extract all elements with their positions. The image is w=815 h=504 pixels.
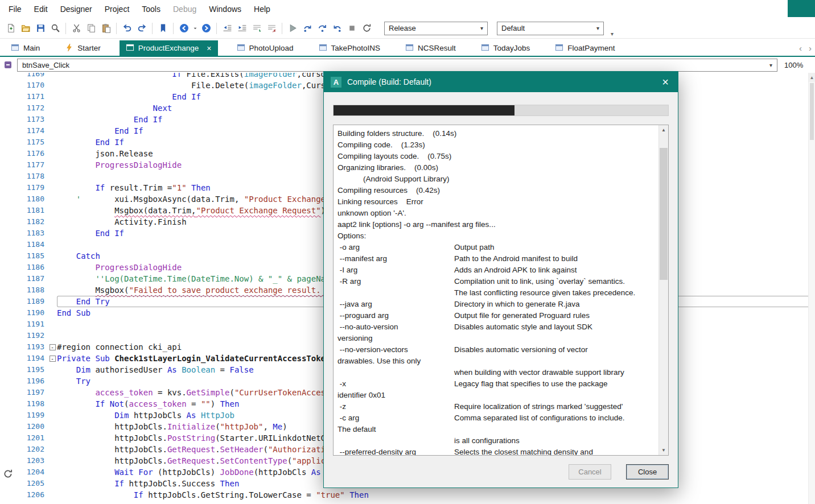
log-text: Organizing libraries. (0.00s) bbox=[337, 162, 438, 173]
save-icon[interactable] bbox=[33, 21, 48, 36]
sub-selector-dropdown[interactable]: btnSave_Click ▾ bbox=[17, 59, 777, 72]
line-number: 1170 bbox=[0, 80, 48, 91]
compile-log-scrollbar-thumb[interactable] bbox=[660, 148, 668, 280]
outdent-icon[interactable] bbox=[220, 21, 234, 36]
line-number: 1189 bbox=[0, 296, 48, 307]
log-description: Directory in which to generate R.java bbox=[454, 299, 580, 310]
close-button[interactable]: Close bbox=[626, 464, 669, 480]
log-description: Output path bbox=[454, 242, 495, 253]
line-number: 1171 bbox=[0, 91, 48, 102]
log-text: The default bbox=[337, 424, 376, 435]
menu-project[interactable]: Project bbox=[98, 2, 136, 16]
log-line: -xLegacy flag that specifies to use the … bbox=[337, 378, 653, 390]
rebuild-icon[interactable] bbox=[359, 21, 374, 36]
uncomment-icon[interactable] bbox=[264, 21, 279, 36]
log-description: Path to the Android manifest to build bbox=[454, 253, 578, 265]
menu-windows[interactable]: Windows bbox=[203, 2, 248, 16]
line-number: 1187 bbox=[0, 273, 48, 284]
compile-dialog-titlebar: A Compile (Build: Default) × bbox=[324, 72, 678, 92]
log-line: identifier 0x01 bbox=[337, 390, 653, 401]
toolbar-overflow-icon[interactable]: ▾ bbox=[611, 31, 614, 38]
line-number: 1190 bbox=[0, 307, 48, 319]
find-icon[interactable] bbox=[48, 21, 63, 36]
line-number: 1197 bbox=[0, 387, 48, 398]
nav-forward-icon[interactable] bbox=[199, 21, 213, 36]
tab-scroll-right-icon[interactable]: › bbox=[809, 45, 812, 52]
editor-scrollbar[interactable]: ▲ bbox=[808, 73, 815, 504]
line-number: 1196 bbox=[0, 375, 48, 387]
log-description: when building with vector drawable suppo… bbox=[454, 367, 624, 378]
editor-zoom-level[interactable]: 100% bbox=[782, 61, 812, 69]
log-text: Compiling resources (0.42s) bbox=[337, 185, 440, 196]
compile-log: Building folders structure. (0.14s)Compi… bbox=[333, 125, 669, 456]
menu-debug[interactable]: Debug bbox=[167, 2, 203, 16]
scroll-down-icon[interactable]: ▼ bbox=[659, 445, 668, 455]
log-line: Compiling resources (0.42s) bbox=[337, 185, 653, 196]
tab-scroll-left-icon[interactable]: ‹ bbox=[799, 45, 802, 52]
stop-icon[interactable] bbox=[344, 21, 359, 36]
redo-icon[interactable] bbox=[134, 21, 149, 36]
new-icon[interactable] bbox=[3, 21, 18, 36]
dialog-close-icon[interactable]: × bbox=[660, 77, 671, 86]
form-icon bbox=[555, 43, 563, 53]
log-line: Options: bbox=[337, 230, 653, 242]
fold-toggle-icon[interactable]: - bbox=[50, 344, 56, 350]
bookmark-icon[interactable] bbox=[155, 21, 170, 36]
editor-scrollbar-thumb[interactable] bbox=[810, 83, 814, 140]
scroll-up-icon[interactable]: ▲ bbox=[659, 125, 668, 135]
b4a-logo-icon: A bbox=[331, 77, 341, 88]
form-icon bbox=[319, 43, 327, 53]
log-line: --proguard argOutput file for generated … bbox=[337, 310, 653, 321]
run-icon[interactable] bbox=[285, 21, 300, 36]
copy-icon[interactable] bbox=[84, 21, 98, 36]
log-line: The last conflicting resource given take… bbox=[337, 287, 653, 299]
step-over-icon[interactable] bbox=[315, 21, 330, 36]
profile-dropdown[interactable]: Default ▾ bbox=[497, 22, 604, 35]
tab-main[interactable]: Main bbox=[5, 40, 46, 56]
log-text: Options: bbox=[337, 230, 366, 242]
paste-icon[interactable] bbox=[98, 21, 113, 36]
log-line: drawables. Use this only bbox=[337, 356, 653, 367]
indent-icon[interactable] bbox=[234, 21, 249, 36]
menu-tools[interactable]: Tools bbox=[135, 2, 167, 16]
scroll-up-icon[interactable]: ▲ bbox=[809, 73, 815, 82]
tab-photoupload[interactable]: PhotoUpload bbox=[230, 40, 300, 56]
log-option: -R arg bbox=[337, 276, 454, 287]
menu-designer[interactable]: Designer bbox=[54, 2, 98, 16]
step-into-icon[interactable] bbox=[300, 21, 315, 36]
log-line: aapt2 link [options] -o arg --manifest a… bbox=[337, 219, 653, 230]
reload-indicator-icon[interactable] bbox=[3, 469, 13, 481]
tab-floatpayment[interactable]: FloatPayment bbox=[549, 40, 621, 56]
tab-todayjobs[interactable]: TodayJobs bbox=[475, 40, 537, 56]
tab-close-icon[interactable]: × bbox=[207, 45, 211, 52]
tab-starter[interactable]: Starter bbox=[59, 40, 107, 56]
cut-icon[interactable] bbox=[69, 21, 84, 36]
undo-icon[interactable] bbox=[120, 21, 134, 36]
fold-toggle-icon[interactable]: - bbox=[50, 356, 56, 362]
open-icon[interactable] bbox=[18, 21, 33, 36]
menu-help[interactable]: Help bbox=[248, 2, 277, 16]
build-configuration-value: Release bbox=[389, 24, 416, 32]
build-configuration-dropdown[interactable]: Release ▾ bbox=[384, 22, 488, 35]
line-number: 1172 bbox=[0, 102, 48, 114]
tab-productexchange[interactable]: ProductExchange× bbox=[120, 40, 218, 56]
step-out-icon[interactable] bbox=[330, 21, 344, 36]
cancel-button[interactable]: Cancel bbox=[569, 464, 611, 480]
line-number: 1188 bbox=[0, 284, 48, 296]
tab-ncsresult[interactable]: NCSResult bbox=[399, 40, 462, 56]
comment-icon[interactable] bbox=[249, 21, 264, 36]
compile-log-scrollbar[interactable]: ▲ ▼ bbox=[658, 125, 668, 455]
tab-label: PhotoUpload bbox=[249, 44, 294, 52]
tab-takephotoins[interactable]: TakePhotoINS bbox=[312, 40, 386, 56]
menu-file[interactable]: File bbox=[2, 2, 28, 16]
toolbar: Release ▾ Default ▾ ▾ bbox=[0, 18, 815, 39]
log-option: --java arg bbox=[337, 299, 454, 310]
nav-back-dropdown-icon[interactable] bbox=[191, 21, 199, 36]
line-number: 1202 bbox=[0, 444, 48, 455]
fold-margin: - bbox=[48, 356, 57, 362]
menu-edit[interactable]: Edit bbox=[28, 2, 54, 16]
log-description: Comma separated list of configurations t… bbox=[454, 412, 624, 424]
log-line: --no-auto-versionDisables automatic styl… bbox=[337, 321, 653, 333]
nav-back-icon[interactable] bbox=[176, 21, 191, 36]
log-text: unknown option '-A'. bbox=[337, 208, 406, 219]
